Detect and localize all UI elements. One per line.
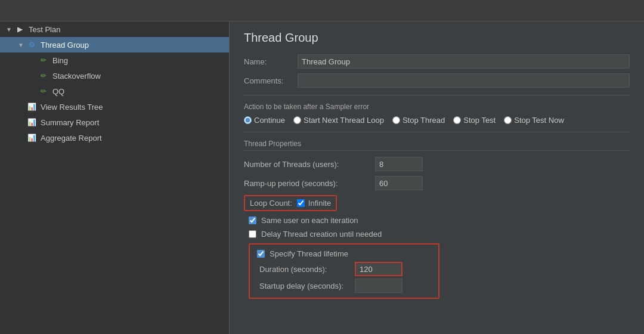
duration-input[interactable] (355, 262, 402, 276)
sidebar-item-label: Thread Group (41, 41, 89, 50)
delay-thread-label[interactable]: Delay Thread creation until needed (261, 230, 382, 239)
tree-arrow-thread: ▼ (17, 42, 25, 48)
same-user-row: Same user on each iteration (244, 216, 630, 225)
delay-thread-row: Delay Thread creation until needed (244, 230, 630, 239)
num-threads-input[interactable] (375, 157, 423, 171)
sidebar-item-bing[interactable]: ✏ Bing (0, 52, 229, 68)
radio-stop-test-now[interactable]: Stop Test Now (504, 116, 564, 125)
sidebar-item-label: Bing (52, 56, 68, 65)
sidebar-item-view-results-tree[interactable]: 📊 View Results Tree (0, 99, 229, 115)
thread-prop-title: Thread Properties (244, 140, 630, 151)
page-title: Thread Group (244, 31, 630, 45)
name-input[interactable] (298, 54, 630, 69)
test-plan-icon: ▶ (14, 24, 25, 35)
specify-lifetime-row: Specify Thread lifetime (257, 249, 431, 258)
duration-row: Duration (seconds): (257, 262, 431, 276)
comments-label: Comments: (244, 76, 298, 85)
specify-lifetime-wrapper: Specify Thread lifetime Duration (second… (244, 243, 630, 299)
tree-arrow: ▼ (5, 26, 13, 33)
name-label: Name: (244, 57, 298, 66)
sidebar-item-qq[interactable]: ✏ QQ (0, 84, 229, 99)
chart-icon-sr: 📊 (26, 117, 37, 128)
radio-stop-thread-label[interactable]: Stop Thread (402, 116, 445, 125)
chart-icon-ar: 📊 (26, 132, 37, 143)
radio-stop-test-now-label[interactable]: Stop Test Now (514, 116, 564, 125)
thread-properties: Thread Properties Number of Threads (use… (244, 140, 630, 299)
rampup-input[interactable] (375, 176, 423, 190)
sidebar-item-label: Summary Report (41, 118, 99, 127)
rampup-row: Ramp-up period (seconds): (244, 176, 630, 190)
duration-label: Duration (seconds): (259, 265, 355, 274)
sidebar-item-thread-group[interactable]: ▼ ⚙ Thread Group (0, 37, 229, 52)
sidebar-item-label: QQ (52, 87, 64, 96)
comments-row: Comments: (244, 73, 630, 88)
radio-stop-test[interactable]: Stop Test (453, 116, 496, 125)
divider-1 (244, 95, 630, 95)
radio-group: Continue Start Next Thread Loop Stop Thr… (244, 116, 630, 125)
radio-start-next-label[interactable]: Start Next Thread Loop (304, 116, 384, 125)
action-error-section: Action to be taken after a Sampler error… (244, 103, 630, 125)
startup-delay-label: Startup delay (seconds): (259, 282, 355, 290)
loop-count-row: Loop Count: Infinite (244, 195, 337, 211)
toolbar (0, 0, 644, 21)
specify-lifetime-checkbox[interactable] (257, 250, 265, 258)
radio-continue[interactable]: Continue (244, 116, 285, 125)
same-user-checkbox[interactable] (249, 217, 256, 224)
sidebar-item-label: View Results Tree (41, 103, 103, 112)
sidebar-item-summary-report[interactable]: 📊 Summary Report (0, 115, 229, 130)
comments-input[interactable] (298, 73, 630, 88)
radio-start-next[interactable]: Start Next Thread Loop (293, 116, 384, 125)
action-section-label: Action to be taken after a Sampler error (244, 103, 630, 111)
chart-icon-vrt: 📊 (26, 101, 37, 112)
sidebar-item-label: Aggregate Report (41, 134, 102, 143)
infinite-label[interactable]: Infinite (308, 199, 331, 208)
name-row: Name: (244, 54, 630, 69)
radio-stop-test-label[interactable]: Stop Test (463, 116, 496, 125)
rampup-label: Ramp-up period (seconds): (244, 179, 375, 188)
loop-count-label: Loop Count: (250, 199, 292, 208)
sidebar-item-label: Test Plan (29, 25, 60, 34)
pencil-icon-bing: ✏ (38, 55, 49, 66)
pencil-icon-qq: ✏ (38, 86, 49, 97)
specify-lifetime-section: Specify Thread lifetime Duration (second… (249, 243, 439, 299)
radio-stop-thread[interactable]: Stop Thread (392, 116, 445, 125)
num-threads-row: Number of Threads (users): (244, 157, 630, 171)
radio-continue-label[interactable]: Continue (254, 116, 285, 125)
sidebar-item-stackoverflow[interactable]: ✏ Stackoverflow (0, 68, 229, 84)
specify-lifetime-label[interactable]: Specify Thread lifetime (270, 249, 348, 258)
infinite-checkbox[interactable] (297, 199, 305, 207)
divider-2 (244, 132, 630, 132)
num-threads-label: Number of Threads (users): (244, 160, 375, 169)
delay-thread-checkbox[interactable] (249, 230, 256, 238)
gear-icon: ⚙ (26, 39, 37, 50)
sidebar: ▼ ▶ Test Plan ▼ ⚙ Thread Group ✏ Bing ✏ … (0, 21, 230, 334)
sidebar-item-test-plan[interactable]: ▼ ▶ Test Plan (0, 21, 229, 37)
startup-delay-input[interactable] (355, 279, 402, 293)
same-user-label[interactable]: Same user on each iteration (261, 216, 358, 225)
content-area: Thread Group Name: Comments: Action to b… (230, 21, 644, 334)
sidebar-item-aggregate-report[interactable]: 📊 Aggregate Report (0, 130, 229, 146)
main-layout: ▼ ▶ Test Plan ▼ ⚙ Thread Group ✏ Bing ✏ … (0, 21, 644, 334)
pencil-icon-stackoverflow: ✏ (38, 70, 49, 81)
startup-delay-row: Startup delay (seconds): (257, 279, 431, 293)
sidebar-item-label: Stackoverflow (52, 72, 101, 81)
